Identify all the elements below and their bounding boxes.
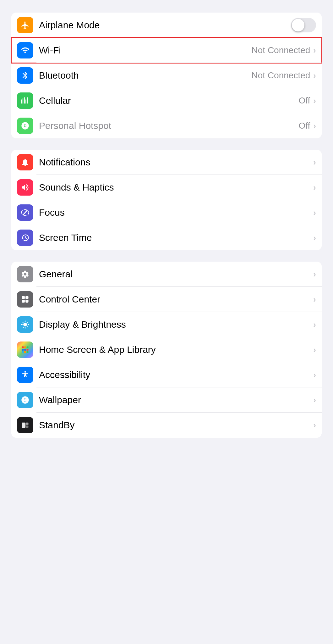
focus-chevron: › xyxy=(313,208,316,218)
svg-rect-7 xyxy=(27,347,29,348)
bluetooth-label: Bluetooth xyxy=(39,70,252,81)
svg-rect-3 xyxy=(25,296,28,299)
personal-hotspot-icon xyxy=(17,118,33,134)
settings-row-display-brightness[interactable]: Display & Brightness› xyxy=(11,312,322,337)
svg-point-14 xyxy=(25,371,26,373)
svg-rect-11 xyxy=(22,351,24,353)
cellular-chevron: › xyxy=(313,96,316,106)
sounds-haptics-chevron: › xyxy=(313,183,316,192)
focus-icon xyxy=(17,204,33,221)
personal-hotspot-chevron: › xyxy=(313,121,316,131)
settings-row-standby[interactable]: StandBy› xyxy=(11,413,322,438)
display-brightness-chevron: › xyxy=(313,320,316,330)
accessibility-icon xyxy=(17,367,33,383)
airplane-mode-toggle-knob xyxy=(292,19,304,31)
notifications-icon xyxy=(17,154,33,170)
svg-rect-10 xyxy=(27,349,29,351)
settings-row-sounds-haptics[interactable]: Sounds & Haptics› xyxy=(11,175,322,200)
control-center-icon xyxy=(17,291,33,308)
wallpaper-chevron: › xyxy=(313,395,316,405)
svg-rect-8 xyxy=(22,349,24,351)
cellular-value: Off xyxy=(298,96,310,106)
personal-hotspot-value: Off xyxy=(298,121,310,131)
standby-label: StandBy xyxy=(39,420,313,430)
standby-icon xyxy=(17,417,33,433)
notifications-chevron: › xyxy=(313,158,316,167)
settings-row-airplane-mode[interactable]: Airplane Mode xyxy=(11,13,322,38)
general-label: General xyxy=(39,269,313,280)
airplane-mode-toggle[interactable] xyxy=(291,18,316,32)
svg-rect-5 xyxy=(22,347,24,348)
settings-row-personal-hotspot[interactable]: Personal HotspotOff› xyxy=(11,113,322,138)
cellular-label: Cellular xyxy=(39,95,298,106)
section-connectivity: Airplane ModeWi-FiNot Connected›Bluetoot… xyxy=(11,13,322,138)
wallpaper-label: Wallpaper xyxy=(39,395,313,405)
svg-rect-1 xyxy=(22,296,25,299)
section-general-settings: General›Control Center›Display & Brightn… xyxy=(11,262,322,438)
bluetooth-chevron: › xyxy=(313,71,316,80)
bluetooth-icon xyxy=(17,67,33,84)
svg-rect-6 xyxy=(24,347,26,348)
control-center-chevron: › xyxy=(313,295,316,304)
home-screen-chevron: › xyxy=(313,345,316,355)
settings-row-screen-time[interactable]: Screen Time› xyxy=(11,225,322,250)
svg-rect-13 xyxy=(27,351,29,353)
home-screen-icon xyxy=(17,341,33,358)
accessibility-label: Accessibility xyxy=(39,369,313,380)
bluetooth-value: Not Connected xyxy=(252,70,310,80)
svg-rect-4 xyxy=(25,300,28,303)
svg-rect-18 xyxy=(26,425,28,428)
wifi-value: Not Connected xyxy=(252,45,310,55)
control-center-label: Control Center xyxy=(39,294,313,305)
settings-row-home-screen[interactable]: Home Screen & App Library› xyxy=(11,337,322,362)
svg-rect-17 xyxy=(26,423,28,425)
settings-row-wifi[interactable]: Wi-FiNot Connected› xyxy=(11,38,322,63)
home-screen-label: Home Screen & App Library xyxy=(39,344,313,355)
settings-row-wallpaper[interactable]: Wallpaper› xyxy=(11,387,322,413)
screen-time-label: Screen Time xyxy=(39,232,313,243)
settings-row-focus[interactable]: Focus› xyxy=(11,200,322,225)
wifi-chevron: › xyxy=(313,46,316,55)
settings-row-control-center[interactable]: Control Center› xyxy=(11,287,322,312)
standby-chevron: › xyxy=(313,420,316,430)
general-icon xyxy=(17,266,33,282)
svg-rect-9 xyxy=(24,349,26,351)
settings-row-notifications[interactable]: Notifications› xyxy=(11,150,322,175)
wifi-label: Wi-Fi xyxy=(39,45,252,56)
focus-label: Focus xyxy=(39,207,313,218)
cellular-icon xyxy=(17,92,33,109)
general-chevron: › xyxy=(313,269,316,279)
wifi-icon xyxy=(17,42,33,58)
svg-rect-12 xyxy=(24,351,26,353)
svg-rect-2 xyxy=(22,300,25,303)
display-brightness-icon xyxy=(17,316,33,333)
screen-time-icon xyxy=(17,230,33,246)
accessibility-chevron: › xyxy=(313,370,316,380)
screen-time-chevron: › xyxy=(313,233,316,243)
sounds-haptics-icon xyxy=(17,179,33,196)
settings-row-bluetooth[interactable]: BluetoothNot Connected› xyxy=(11,63,322,88)
settings-app: Airplane ModeWi-FiNot Connected›Bluetoot… xyxy=(11,13,322,438)
personal-hotspot-label: Personal Hotspot xyxy=(39,120,298,131)
notifications-label: Notifications xyxy=(39,157,313,168)
settings-row-accessibility[interactable]: Accessibility› xyxy=(11,362,322,387)
wallpaper-icon xyxy=(17,392,33,408)
section-alerts: Notifications›Sounds & Haptics›Focus›Scr… xyxy=(11,150,322,250)
sounds-haptics-label: Sounds & Haptics xyxy=(39,182,313,193)
settings-row-cellular[interactable]: CellularOff› xyxy=(11,88,322,113)
svg-point-0 xyxy=(25,125,26,127)
svg-rect-16 xyxy=(22,423,26,428)
display-brightness-label: Display & Brightness xyxy=(39,319,313,330)
settings-row-general[interactable]: General› xyxy=(11,262,322,287)
airplane-mode-label: Airplane Mode xyxy=(39,20,291,31)
airplane-mode-icon xyxy=(17,17,33,33)
